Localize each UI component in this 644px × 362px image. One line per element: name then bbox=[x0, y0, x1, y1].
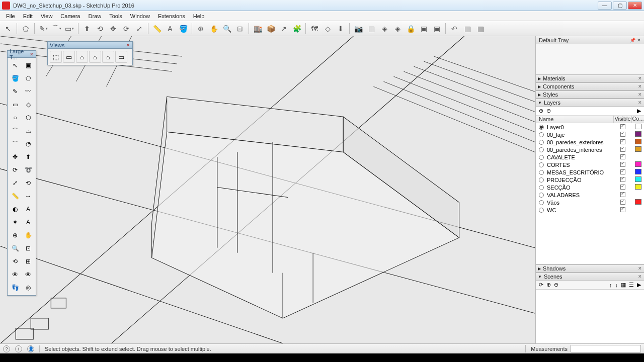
views-close-icon[interactable]: ✕ bbox=[126, 43, 130, 48]
layer-visible-checkbox[interactable] bbox=[620, 192, 625, 197]
layer-row[interactable]: CORTES bbox=[536, 161, 644, 168]
menu-draw[interactable]: Draw bbox=[84, 12, 105, 20]
layer-radio[interactable] bbox=[539, 147, 544, 152]
layer-visible-checkbox[interactable] bbox=[620, 200, 625, 205]
col-color[interactable]: Co... bbox=[632, 116, 644, 123]
layer-color-swatch[interactable] bbox=[635, 124, 641, 129]
layer-visible-checkbox[interactable] bbox=[620, 139, 625, 144]
layer-color-swatch[interactable] bbox=[635, 176, 641, 182]
ts-tape[interactable]: 📏 bbox=[9, 190, 21, 202]
scene-refresh-icon[interactable]: ⟳ bbox=[539, 282, 543, 288]
ts-zoom[interactable]: 🔍 bbox=[9, 242, 21, 254]
layer-color-swatch[interactable] bbox=[635, 146, 641, 152]
ts-arc[interactable]: ⌒ bbox=[9, 125, 21, 137]
layer-visible-checkbox[interactable] bbox=[620, 147, 625, 152]
layer-radio[interactable] bbox=[539, 155, 544, 160]
select-tool[interactable]: ↖ bbox=[2, 23, 14, 35]
ts-offset[interactable]: ⟲ bbox=[22, 177, 34, 189]
scene-add-icon[interactable]: ⊕ bbox=[546, 282, 551, 288]
ts-pan[interactable]: ✋ bbox=[22, 229, 34, 241]
layer-visible-checkbox[interactable] bbox=[620, 185, 625, 190]
offset-tool[interactable]: ⟲ bbox=[94, 23, 106, 35]
view-front-icon[interactable]: ⌂ bbox=[76, 51, 88, 63]
layer-visible-checkbox[interactable] bbox=[620, 169, 625, 174]
layer-row[interactable]: MESAS_ESCRITÓRIO bbox=[536, 168, 644, 176]
layer-row[interactable]: Vãos bbox=[536, 199, 644, 206]
ts-rect[interactable]: ▭ bbox=[9, 99, 21, 111]
panel-scenes[interactable]: ▼Scenes✕ bbox=[536, 273, 644, 281]
ts-orbit[interactable]: ⊕ bbox=[9, 229, 21, 241]
large-close-icon[interactable]: ✕ bbox=[30, 52, 34, 57]
ts-zoomext[interactable]: ⊞ bbox=[22, 255, 34, 267]
ts-freehand[interactable]: 〰 bbox=[22, 85, 34, 98]
ts-look[interactable]: 👁 bbox=[22, 268, 34, 281]
plugin1-icon[interactable]: ▦ bbox=[461, 23, 473, 35]
layer-visible-checkbox[interactable] bbox=[620, 124, 625, 129]
orbit-tool[interactable]: ⊕ bbox=[195, 23, 207, 35]
scene-up-icon[interactable]: ↑ bbox=[609, 282, 612, 288]
panel-styles[interactable]: ▶Styles✕ bbox=[536, 90, 644, 99]
layer-row[interactable]: VALADARES bbox=[536, 191, 644, 199]
text-tool[interactable]: A bbox=[164, 23, 176, 35]
layer-radio[interactable] bbox=[539, 193, 544, 198]
rotate-tool[interactable]: ⟳ bbox=[120, 23, 132, 35]
ts-section[interactable]: ◎ bbox=[22, 282, 34, 294]
layer-radio[interactable] bbox=[539, 170, 544, 175]
scene-remove-icon[interactable]: ⊖ bbox=[554, 282, 558, 288]
ts-walk[interactable]: 👣 bbox=[9, 282, 21, 294]
location-icon[interactable]: 🗺 bbox=[308, 23, 320, 35]
ts-arc2[interactable]: ⌓ bbox=[22, 125, 34, 137]
layer-row[interactable]: WC bbox=[536, 206, 644, 214]
panel-shadows[interactable]: ▶Shadows✕ bbox=[536, 264, 644, 273]
scene-menu-icon[interactable]: ▶ bbox=[637, 282, 641, 288]
view-left-icon[interactable]: ▭ bbox=[115, 51, 127, 63]
scene-down-icon[interactable]: ↓ bbox=[615, 282, 618, 288]
layer-row[interactable]: Layer0 bbox=[536, 123, 644, 131]
panel-close-icon[interactable]: ✕ bbox=[638, 274, 642, 279]
layer-row[interactable]: CAVALETE bbox=[536, 153, 644, 161]
menu-extensions[interactable]: Extensions bbox=[154, 12, 189, 20]
scene-view-icon[interactable]: ▦ bbox=[621, 282, 626, 288]
views-panel[interactable]: Views✕ ⬚ ▭ ⌂ ⌂ ⌂ ▭ bbox=[47, 41, 133, 65]
ts-axes[interactable]: ✶ bbox=[9, 216, 21, 228]
ts-scale[interactable]: ⤢ bbox=[9, 177, 21, 189]
ts-3dtext[interactable]: A bbox=[22, 216, 34, 228]
ts-select[interactable]: ↖ bbox=[9, 59, 21, 71]
col-name[interactable]: Name bbox=[536, 116, 614, 123]
move-tool[interactable]: ✥ bbox=[107, 23, 119, 35]
view-right-icon[interactable]: ⌂ bbox=[89, 51, 101, 63]
model-canvas[interactable] bbox=[0, 36, 535, 343]
layer-color-swatch[interactable] bbox=[635, 184, 641, 190]
layer-row[interactable]: 00_laje bbox=[536, 131, 644, 138]
render2-icon[interactable]: ▣ bbox=[431, 23, 443, 35]
ts-text[interactable]: A bbox=[22, 203, 34, 215]
layer-visible-checkbox[interactable] bbox=[620, 132, 625, 137]
add-layer-icon[interactable]: ⊕ bbox=[539, 108, 543, 114]
ts-position[interactable]: 👁 bbox=[9, 268, 21, 281]
pan-tool[interactable]: ✋ bbox=[208, 23, 220, 35]
layer-radio[interactable] bbox=[539, 200, 544, 205]
ts-protractor[interactable]: ◐ bbox=[9, 203, 21, 215]
ts-rotrect[interactable]: ◇ bbox=[22, 99, 34, 111]
ts-move[interactable]: ✥ bbox=[9, 151, 21, 163]
menu-file[interactable]: File bbox=[2, 12, 19, 20]
view-iso-icon[interactable]: ⬚ bbox=[50, 51, 62, 63]
view-top-icon[interactable]: ▭ bbox=[63, 51, 75, 63]
layer-color-swatch[interactable] bbox=[635, 131, 641, 137]
panel-materials[interactable]: ▶Materials✕ bbox=[536, 74, 644, 82]
shape-tool[interactable]: ▭▾ bbox=[63, 23, 75, 35]
menu-tools[interactable]: Tools bbox=[105, 12, 126, 20]
lock-icon[interactable]: 🔒 bbox=[405, 23, 417, 35]
eraser-tool[interactable]: ⬠ bbox=[20, 23, 32, 35]
ts-eraser[interactable]: ⬠ bbox=[22, 72, 34, 84]
terrain-icon[interactable]: ◇ bbox=[321, 23, 334, 35]
menu-camera[interactable]: Camera bbox=[56, 12, 84, 20]
solid-icon[interactable]: ◈ bbox=[378, 23, 390, 35]
share-icon[interactable]: ↗ bbox=[278, 23, 290, 35]
large-toolset-panel[interactable]: Large T...✕ ↖▣ 🪣⬠ ✎〰 ▭◇ ○⬡ ⌒⌓ ⌒◔ ✥⬆ ⟳➰ ⤢… bbox=[7, 50, 36, 296]
line-tool[interactable]: ✎▾ bbox=[37, 23, 49, 35]
layer-radio[interactable] bbox=[539, 185, 544, 190]
undo-icon[interactable]: ↶ bbox=[448, 23, 460, 35]
ts-paint[interactable]: 🪣 bbox=[9, 72, 21, 84]
ts-line[interactable]: ✎ bbox=[9, 85, 21, 98]
